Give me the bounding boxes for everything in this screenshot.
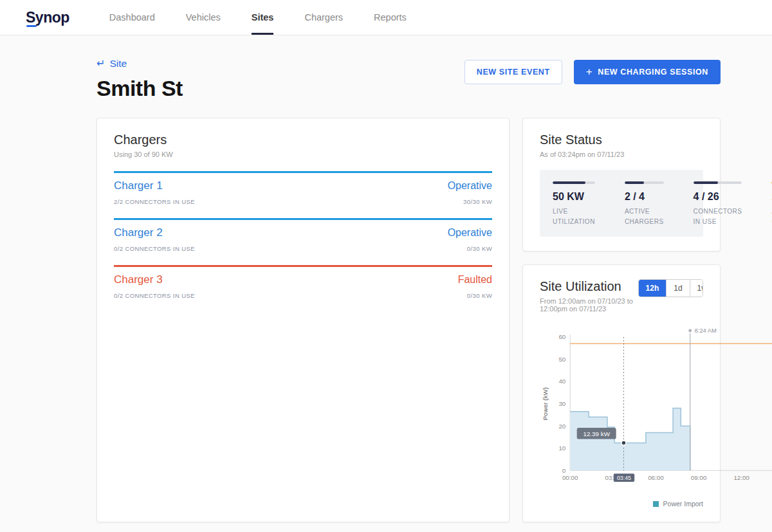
charger-item-3: Charger 3 Faulted 0/2 CONNECTORS IN USE … [114, 265, 492, 299]
charger-name-link[interactable]: Charger 2 [114, 226, 163, 239]
range-1w-button[interactable]: 1w [690, 280, 703, 297]
nav-item-vehicles[interactable]: Vehicles [186, 0, 221, 35]
stat-value: 50 KW [553, 191, 595, 203]
legend-label: Power Import [663, 500, 703, 508]
site-status-stats: 50 KW LIVE UTILIZATION 2 / 4 ACTIVE CHAR… [540, 170, 703, 237]
charger-name-link[interactable]: Charger 3 [114, 273, 163, 286]
charger-details: 2/2 CONNECTORS IN USE 30/30 KW [114, 198, 492, 205]
range-12h-button[interactable]: 12h [639, 280, 666, 297]
title-block: ↵ Site Smith St [96, 57, 183, 101]
charger-item-1: Charger 1 Operative 2/2 CONNECTORS IN US… [114, 171, 492, 205]
charger-status-badge: Faulted [458, 274, 492, 286]
site-status-subtitle: As of 03:24pm on 07/11/23 [540, 151, 703, 158]
charger-connectors: 2/2 CONNECTORS IN USE [114, 198, 195, 205]
power-import-swatch [653, 501, 659, 507]
svg-text:06:00: 06:00 [648, 474, 664, 481]
charger-power: 30/30 KW [463, 198, 492, 205]
svg-text:20: 20 [558, 423, 565, 430]
utilization-title: Site Utilization [540, 279, 638, 294]
page-title: Smith St [96, 76, 183, 101]
utilization-chart[interactable]: 010203040506000:0003:0006:0009:0012:0015… [540, 322, 772, 492]
chart-legend: Power Import [540, 500, 703, 508]
top-navbar: Synop Dashboard Vehicles Sites Chargers … [0, 0, 772, 35]
nav-item-reports[interactable]: Reports [374, 0, 407, 35]
chargers-card: Chargers Using 30 of 90 KW Charger 1 Ope… [96, 118, 510, 522]
time-range-toggle: 12h 1d 1w 1mo [638, 279, 703, 297]
main-grid: Site Status As of 03:24pm on 07/11/23 50… [96, 118, 721, 522]
nav-item-dashboard[interactable]: Dashboard [109, 0, 155, 35]
svg-text:03:45: 03:45 [617, 475, 631, 481]
stat-value: 2 / 4 [625, 191, 664, 203]
new-site-event-button[interactable]: NEW SITE EVENT [464, 60, 562, 84]
site-status-card: Site Status As of 03:24pm on 07/11/23 50… [522, 118, 721, 252]
page-header: ↵ Site Smith St NEW SITE EVENT + NEW CHA… [96, 57, 721, 101]
new-charging-session-button[interactable]: + NEW CHARGING SESSION [574, 60, 721, 84]
chargers-title: Chargers [114, 133, 492, 147]
svg-text:50: 50 [558, 356, 565, 363]
utilization-chart-area[interactable]: 010203040506000:0003:0006:0009:0012:0015… [540, 322, 703, 495]
new-charging-session-label: NEW CHARGING SESSION [598, 68, 708, 77]
chargers-subtitle: Using 30 of 90 KW [114, 151, 492, 158]
charger-details: 0/2 CONNECTORS IN USE 0/30 KW [114, 245, 492, 252]
charger-power: 0/30 KW [467, 292, 492, 299]
svg-text:40: 40 [558, 378, 565, 385]
svg-text:10: 10 [558, 445, 565, 452]
svg-text:09:00: 09:00 [691, 474, 707, 481]
charger-status-badge: Operative [448, 227, 492, 239]
svg-text:12.39 kW: 12.39 kW [583, 430, 610, 437]
stat-progressbar [625, 181, 664, 184]
svg-text:Power (kW): Power (kW) [542, 387, 549, 420]
charger-connectors: 0/2 CONNECTORS IN USE [114, 245, 195, 252]
svg-text:12:00: 12:00 [733, 474, 749, 481]
stat-label: LIVE UTILIZATION [553, 206, 595, 226]
header-buttons: NEW SITE EVENT + NEW CHARGING SESSION [464, 60, 721, 84]
charger-name-link[interactable]: Charger 1 [114, 179, 163, 192]
charger-power: 0/30 KW [467, 245, 492, 252]
stat-progressbar [553, 181, 595, 184]
charger-head: Charger 2 Operative [114, 226, 492, 239]
charger-head: Charger 1 Operative [114, 179, 492, 192]
svg-text:0: 0 [562, 467, 566, 474]
stat-active-chargers: 2 / 4 ACTIVE CHARGERS [625, 181, 664, 226]
charger-item-2: Charger 2 Operative 0/2 CONNECTORS IN US… [114, 218, 492, 252]
stat-connectors-in-use: 4 / 26 CONNECTORS IN USE [694, 181, 742, 226]
nav-links: Dashboard Vehicles Sites Chargers Report… [109, 0, 407, 35]
synop-logo[interactable]: Synop [26, 9, 69, 26]
utilization-titles: Site Utilization From 12:00am on 07/10/2… [540, 279, 638, 313]
svg-text:8:24 AM: 8:24 AM [695, 327, 717, 334]
plus-icon: + [586, 69, 593, 75]
charger-status-badge: Operative [448, 180, 492, 192]
site-utilization-card: Site Utilization From 12:00am on 07/10/2… [522, 264, 721, 522]
charger-head: Charger 3 Faulted [114, 273, 492, 286]
svg-text:60: 60 [558, 333, 565, 340]
range-1d-button[interactable]: 1d [666, 280, 689, 297]
utilization-subtitle: From 12:00am on 07/10/23 to 12:00pm on 0… [540, 297, 638, 313]
svg-text:30: 30 [558, 400, 565, 407]
stat-label: ACTIVE CHARGERS [625, 206, 664, 226]
svg-text:00:00: 00:00 [562, 474, 578, 481]
stat-progressbar [694, 181, 742, 184]
nav-item-chargers[interactable]: Chargers [304, 0, 343, 35]
stat-live-utilization: 50 KW LIVE UTILIZATION [553, 181, 595, 226]
return-arrow-icon: ↵ [96, 57, 105, 69]
stat-value: 4 / 26 [694, 191, 742, 203]
charger-details: 0/2 CONNECTORS IN USE 0/30 KW [114, 292, 492, 299]
back-to-site-link[interactable]: ↵ Site [96, 57, 127, 69]
nav-item-sites[interactable]: Sites [252, 0, 274, 35]
page-content: ↵ Site Smith St NEW SITE EVENT + NEW CHA… [0, 35, 721, 532]
utilization-header: Site Utilization From 12:00am on 07/10/2… [540, 279, 703, 313]
stat-label: CONNECTORS IN USE [694, 206, 742, 226]
back-link-label: Site [109, 58, 127, 69]
charger-connectors: 0/2 CONNECTORS IN USE [114, 292, 195, 299]
site-status-title: Site Status [540, 133, 703, 147]
